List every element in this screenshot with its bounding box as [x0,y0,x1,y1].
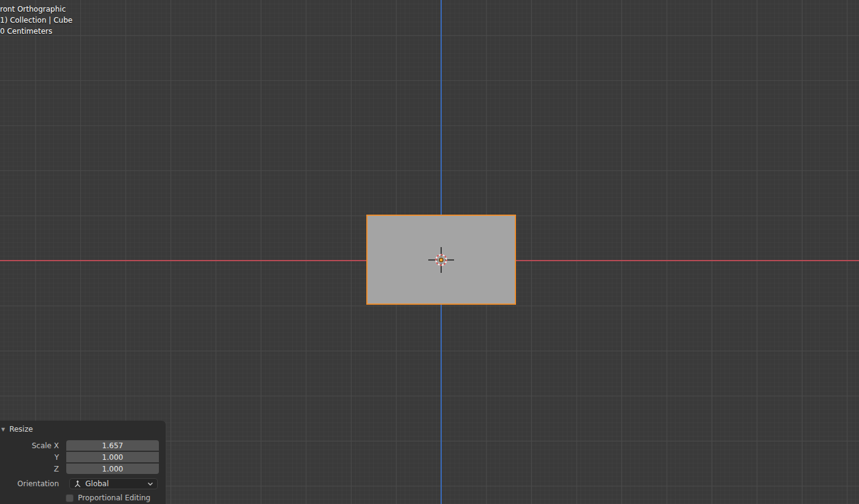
scale-z-value: 1.000 [102,465,123,473]
scale-y-label: Y [0,453,59,462]
orientation-dropdown[interactable]: Global [69,478,158,489]
collapse-triangle-icon: ▼ [1,427,5,432]
scale-x-field[interactable]: 1.657 [66,440,159,451]
object-origin-dot [439,258,443,262]
scale-z-field[interactable]: 1.000 [66,464,159,474]
scale-x-label: Scale X [0,441,59,450]
orientation-axes-icon [74,480,82,488]
viewport-overlay-text: ront Orthographic 1) Collection | Cube 0… [0,4,72,37]
chevron-down-icon [147,482,153,486]
resize-panel-header[interactable]: ▼ Resize [1,424,33,435]
resize-operator-panel: ▼ Resize Scale X 1.657 Y 1.000 Z 1.000 [0,421,166,504]
proportional-editing-checkbox[interactable] [66,494,74,502]
scale-y-value: 1.000 [102,453,123,462]
scale-y-field[interactable]: 1.000 [66,452,159,462]
blender-3d-viewport[interactable]: ront Orthographic 1) Collection | Cube 0… [0,0,859,504]
orientation-value: Global [85,479,144,488]
view-name-label: ront Orthographic [0,4,72,15]
scale-z-label: Z [0,465,59,473]
collection-object-label: 1) Collection | Cube [0,15,72,26]
scale-x-value: 1.657 [102,441,123,450]
grid-scale-label: 0 Centimeters [0,26,72,37]
resize-panel-title: Resize [9,425,33,433]
3d-cursor-icon [426,245,456,275]
orientation-label: Orientation [0,479,59,488]
proportional-editing-label: Proportional Editing [78,494,150,502]
